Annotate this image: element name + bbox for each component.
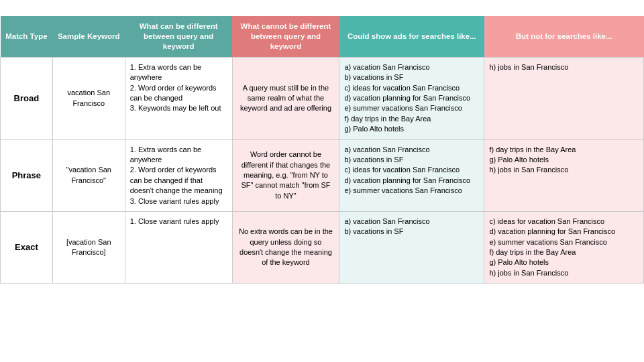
table-row: Phrase"vacation San Francisco"1. Extra w… [1, 139, 644, 211]
cell-sample_keyword: vacation San Francisco [52, 57, 125, 139]
cell-could_show: a) vacation San Franciscob) vacations in… [339, 139, 484, 211]
match-type-table: Match Type Sample Keyword What can be di… [0, 16, 644, 284]
table-row: Exact[vacation San Francisco]1. Close va… [1, 211, 644, 283]
cell-could_show: a) vacation San Franciscob) vacations in… [339, 57, 484, 139]
cell-but_not: h) jobs in San Francisco [484, 57, 644, 139]
cell-can_differ: 1. Extra words can be anywhere2. Word or… [125, 57, 232, 139]
cell-match_type: Broad [1, 57, 53, 139]
cell-can_differ: 1. Close variant rules apply [125, 211, 232, 283]
col-header-cannot-differ: What cannot be different between query a… [232, 16, 339, 57]
cell-cannot_differ: Word order cannot be different if that c… [232, 139, 339, 211]
col-header-sample-keyword: Sample Keyword [52, 16, 125, 57]
cell-but_not: f) day trips in the Bay Areag) Palo Alto… [484, 139, 644, 211]
cell-sample_keyword: "vacation San Francisco" [52, 139, 125, 211]
cell-cannot_differ: A query must still be in the same realm … [232, 57, 339, 139]
cell-but_not: c) ideas for vacation San Franciscod) va… [484, 211, 644, 283]
col-header-match-type: Match Type [1, 16, 53, 57]
table-row: Broadvacation San Francisco1. Extra word… [1, 57, 644, 139]
col-header-but-not: But not for searches like... [484, 16, 644, 57]
col-header-can-differ: What can be different between query and … [125, 16, 232, 57]
cell-could_show: a) vacation San Franciscob) vacations in… [339, 211, 484, 283]
cell-cannot_differ: No extra words can be in the query unles… [232, 211, 339, 283]
cell-match_type: Phrase [1, 139, 53, 211]
cell-match_type: Exact [1, 211, 53, 283]
col-header-could-show: Could show ads for searches like... [339, 16, 484, 57]
cell-sample_keyword: [vacation San Francisco] [52, 211, 125, 283]
cell-can_differ: 1. Extra words can be anywhere2. Word or… [125, 139, 232, 211]
page-title [0, 0, 644, 16]
